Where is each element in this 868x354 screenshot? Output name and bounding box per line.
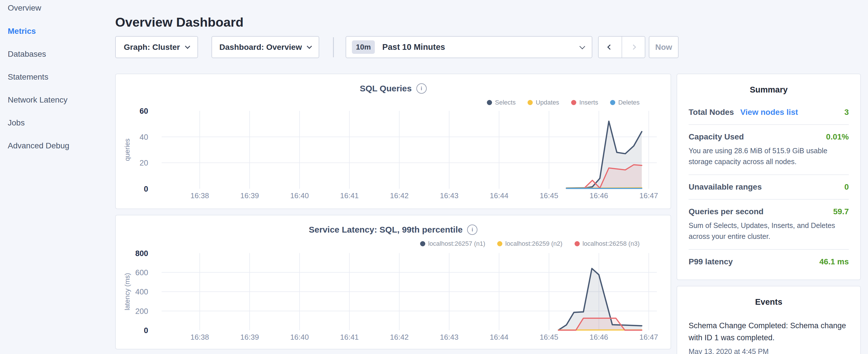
summary-label: Unavailable ranges — [689, 183, 762, 192]
svg-text:40: 40 — [140, 133, 148, 141]
legend-label: localhost:26258 (n3) — [583, 240, 640, 248]
svg-text:16:41: 16:41 — [340, 333, 359, 342]
chevron-down-icon — [307, 43, 312, 49]
event-message: Schema Change Completed: Schema change w… — [689, 320, 849, 344]
now-button[interactable]: Now — [649, 36, 679, 58]
sidebar-item-statements[interactable]: Statements — [8, 71, 49, 83]
svg-text:16:43: 16:43 — [440, 191, 459, 200]
svg-text:16:38: 16:38 — [190, 333, 209, 342]
svg-text:queries: queries — [123, 139, 131, 161]
graph-scope-dropdown[interactable]: Graph: Cluster — [115, 36, 198, 58]
summary-value: 0.01% — [826, 132, 849, 141]
events-title: Events — [677, 286, 860, 307]
info-icon[interactable]: i — [416, 83, 427, 94]
service-latency-plot: 020040060080016:3816:3916:4016:4116:4216… — [116, 215, 671, 349]
svg-text:20: 20 — [140, 159, 148, 167]
time-step-forward-button[interactable] — [622, 37, 645, 58]
svg-text:16:46: 16:46 — [589, 333, 608, 342]
chart-title: Service Latency: SQL, 99th percentile — [309, 225, 463, 234]
legend-item[interactable]: localhost:26257 (n1) — [420, 240, 485, 248]
svg-text:16:47: 16:47 — [639, 191, 658, 200]
svg-text:16:40: 16:40 — [290, 191, 309, 200]
summary-label: Total Nodes — [689, 108, 734, 117]
svg-text:16:44: 16:44 — [490, 333, 508, 342]
svg-text:16:41: 16:41 — [340, 191, 359, 200]
sql-queries-chart-card: SQL Queries i SelectsUpdatesInsertsDelet… — [115, 74, 671, 209]
dashboard-dropdown[interactable]: Dashboard: Overview — [212, 36, 319, 58]
time-step-back-button[interactable] — [599, 37, 622, 58]
sidebar-item-metrics[interactable]: Metrics — [8, 26, 36, 37]
sidebar-item-advanced-debug[interactable]: Advanced Debug — [8, 140, 69, 152]
chevron-right-icon — [631, 44, 636, 50]
summary-title: Summary — [677, 74, 860, 95]
time-range-dropdown[interactable]: 10m Past 10 Minutes — [346, 36, 592, 58]
summary-label: Queries per second — [689, 207, 764, 216]
svg-text:16:38: 16:38 — [190, 191, 209, 200]
summary-panel: Summary Total Nodes View nodes list 3 Ca… — [677, 74, 861, 280]
info-icon[interactable]: i — [467, 225, 477, 235]
summary-description: You are using 28.6 MiB of 515.9 GiB usab… — [689, 146, 849, 167]
graph-scope-label: Graph: Cluster — [124, 43, 180, 52]
legend-label: Deletes — [618, 99, 640, 106]
legend-dot-icon — [571, 100, 576, 105]
legend-dot-icon — [575, 241, 580, 246]
legend-label: Selects — [495, 99, 516, 106]
sidebar-item-jobs[interactable]: Jobs — [8, 117, 25, 129]
legend-label: Inserts — [579, 99, 598, 106]
svg-text:400: 400 — [135, 288, 148, 296]
legend-item[interactable]: localhost:26259 (n2) — [497, 240, 562, 248]
sidebar: Overview Metrics Databases Statements Ne… — [0, 0, 109, 354]
service-latency-chart-card: Service Latency: SQL, 99th percentile i … — [115, 215, 671, 349]
summary-row-queries-per-second: Queries per second 59.7 Sum of Selects, … — [689, 200, 849, 250]
legend-dot-icon — [497, 241, 502, 246]
chart-title: SQL Queries — [360, 84, 411, 93]
view-nodes-list-link[interactable]: View nodes list — [740, 108, 798, 117]
summary-value: 0 — [844, 183, 849, 192]
svg-text:60: 60 — [140, 107, 148, 116]
svg-text:16:47: 16:47 — [639, 333, 658, 342]
event-timestamp: May 13, 2020 at 4:45 PM — [689, 347, 849, 354]
legend-label: localhost:26259 (n2) — [505, 240, 562, 248]
time-step-buttons — [598, 36, 645, 58]
summary-label: Capacity Used — [689, 132, 744, 141]
legend-item[interactable]: Deletes — [610, 99, 640, 106]
legend-label: localhost:26257 (n1) — [428, 240, 485, 248]
svg-text:600: 600 — [135, 268, 148, 277]
chart-legend: SelectsUpdatesInsertsDeletes — [487, 99, 640, 106]
svg-text:16:45: 16:45 — [539, 191, 558, 200]
svg-text:0: 0 — [144, 185, 148, 193]
summary-value: 46.1 ms — [819, 257, 849, 266]
sidebar-item-network-latency[interactable]: Network Latency — [8, 94, 68, 106]
legend-dot-icon — [420, 241, 425, 246]
chart-legend: localhost:26257 (n1)localhost:26259 (n2)… — [420, 240, 640, 248]
sidebar-item-databases[interactable]: Databases — [8, 49, 46, 60]
summary-description: Sum of Selects, Updates, Inserts, and De… — [689, 220, 849, 242]
svg-text:16:44: 16:44 — [490, 191, 508, 200]
events-panel: Events Schema Change Completed: Schema c… — [677, 286, 861, 354]
legend-item[interactable]: Updates — [528, 99, 559, 106]
svg-text:800: 800 — [135, 249, 148, 258]
dashboard-dropdown-label: Dashboard: Overview — [219, 43, 302, 52]
page-title: Overview Dashboard — [115, 15, 244, 30]
chevron-left-icon — [608, 44, 613, 50]
svg-text:16:45: 16:45 — [539, 333, 558, 342]
summary-row-unavailable-ranges: Unavailable ranges 0 — [689, 175, 849, 200]
controls-divider — [333, 37, 334, 57]
legend-item[interactable]: localhost:26258 (n3) — [575, 240, 640, 248]
summary-value: 3 — [844, 108, 849, 117]
svg-text:200: 200 — [135, 307, 148, 316]
legend-dot-icon — [610, 100, 615, 105]
legend-dot-icon — [528, 100, 533, 105]
summary-row-p99-latency: P99 latency 46.1 ms — [689, 250, 849, 274]
svg-text:16:43: 16:43 — [440, 333, 459, 342]
time-range-label: Past 10 Minutes — [382, 42, 445, 52]
chevron-down-icon — [580, 43, 585, 49]
sql-queries-plot: 020406016:3816:3916:4016:4116:4216:4316:… — [116, 74, 671, 208]
legend-item[interactable]: Inserts — [571, 99, 598, 106]
svg-text:16:39: 16:39 — [241, 333, 259, 342]
svg-text:16:42: 16:42 — [390, 333, 409, 342]
summary-row-total-nodes: Total Nodes View nodes list 3 — [689, 100, 849, 125]
summary-row-capacity-used: Capacity Used 0.01% You are using 28.6 M… — [689, 125, 849, 175]
sidebar-item-overview[interactable]: Overview — [8, 2, 41, 14]
legend-item[interactable]: Selects — [487, 99, 516, 106]
